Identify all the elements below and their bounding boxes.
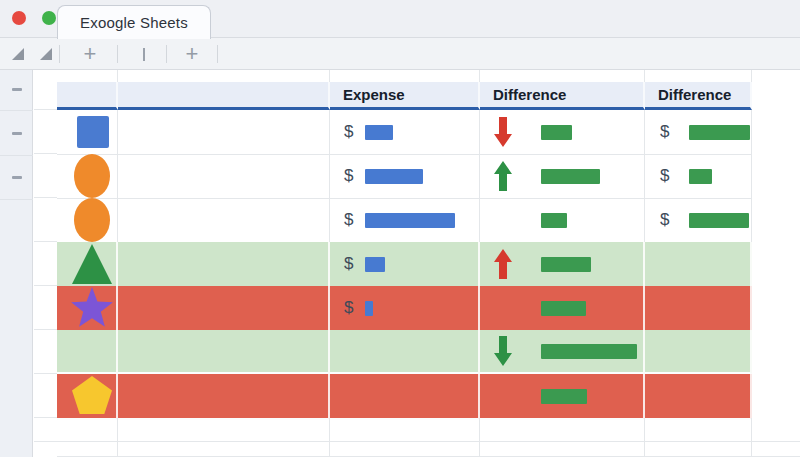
cursor-bar-icon[interactable] (134, 38, 154, 70)
toolbar: + + (0, 38, 800, 70)
difference-value-bar (541, 389, 587, 404)
cell (752, 330, 800, 374)
cell[interactable] (752, 442, 800, 457)
toolbar-separator (217, 45, 218, 63)
corner-triangle-icon[interactable] (8, 38, 28, 70)
row-gutter (34, 70, 57, 457)
cell[interactable] (118, 154, 330, 199)
cell (752, 110, 800, 155)
difference-value-bar (689, 213, 749, 228)
cell[interactable] (57, 242, 118, 288)
sheet-table: ExpenseDifferenceDifference $$$$$$$$ (57, 70, 800, 457)
cell[interactable] (57, 374, 118, 420)
cell[interactable] (645, 242, 752, 288)
collapse-group-button[interactable] (12, 88, 22, 91)
circle-shape-icon (70, 198, 114, 242)
cell[interactable] (118, 418, 330, 442)
header-cell[interactable] (118, 82, 330, 110)
cell[interactable] (118, 374, 330, 420)
cell[interactable]: $ (330, 110, 480, 155)
rail-divider (0, 155, 33, 156)
cell[interactable]: $ (645, 198, 752, 243)
header-cell[interactable] (57, 82, 118, 110)
table-row: $ (57, 242, 800, 286)
trend-up-arrow-icon (494, 249, 512, 279)
dollar-sign: $ (660, 122, 672, 142)
add-icon[interactable]: + (182, 38, 202, 70)
zoom-window-button[interactable] (42, 11, 56, 25)
toolbar-separator (166, 45, 167, 63)
close-window-button[interactable] (12, 11, 26, 25)
cell[interactable] (645, 330, 752, 374)
header-cell-difference[interactable]: Difference (645, 82, 752, 110)
rail-divider (0, 199, 33, 200)
difference-value-bar (541, 257, 591, 272)
table-row: $ (57, 286, 800, 330)
cell[interactable] (118, 286, 330, 332)
cell[interactable] (57, 198, 118, 243)
cell[interactable] (645, 374, 752, 420)
cell[interactable] (57, 442, 118, 457)
dollar-sign: $ (660, 210, 672, 230)
cell[interactable]: $ (330, 242, 480, 288)
expense-value-bar (365, 257, 385, 272)
empty-row (57, 418, 800, 442)
collapse-group-button[interactable] (12, 176, 22, 179)
app-tab[interactable]: Exoogle Sheets (57, 5, 211, 39)
cell[interactable] (480, 418, 645, 442)
cell (752, 198, 800, 243)
corner-triangle-icon[interactable] (36, 38, 56, 70)
cell[interactable] (57, 110, 118, 155)
cell[interactable]: $ (330, 198, 480, 243)
cell[interactable] (330, 374, 480, 420)
cell[interactable] (480, 442, 645, 457)
dollar-sign: $ (660, 166, 672, 186)
app-tab-label: Exoogle Sheets (80, 14, 188, 31)
sheet-area: ExpenseDifferenceDifference $$$$$$$$ (0, 70, 800, 457)
header-cell-expense[interactable]: Expense (330, 82, 480, 110)
cell[interactable] (480, 198, 645, 243)
cell[interactable] (645, 442, 752, 457)
square-shape-icon (70, 110, 114, 154)
dollar-sign: $ (344, 122, 356, 142)
cell[interactable] (57, 418, 118, 442)
pentagon-shape-icon (70, 374, 114, 418)
cell[interactable] (480, 110, 645, 155)
cell[interactable] (645, 418, 752, 442)
table-row (57, 374, 800, 418)
cell[interactable] (480, 154, 645, 199)
expense-value-bar (365, 213, 455, 228)
cell[interactable] (330, 418, 480, 442)
cell[interactable] (118, 198, 330, 243)
collapse-group-button[interactable] (12, 132, 22, 135)
dollar-sign: $ (344, 210, 356, 230)
add-icon[interactable]: + (80, 38, 100, 70)
cell[interactable] (118, 442, 330, 457)
cell (752, 374, 800, 420)
toolbar-separator (59, 45, 60, 63)
cell[interactable] (118, 110, 330, 155)
cell[interactable] (330, 442, 480, 457)
cell[interactable] (645, 286, 752, 332)
dollar-sign: $ (344, 254, 356, 274)
cell[interactable]: $ (330, 154, 480, 199)
difference-value-bar (541, 169, 600, 184)
cell[interactable]: $ (645, 154, 752, 199)
star-shape-icon (70, 286, 114, 330)
header-cell-difference[interactable]: Difference (480, 82, 645, 110)
cell[interactable] (118, 330, 330, 374)
cell[interactable] (57, 286, 118, 332)
cell[interactable] (480, 286, 645, 332)
cell[interactable] (480, 330, 645, 374)
cell[interactable] (57, 330, 118, 374)
cell[interactable] (480, 374, 645, 420)
cell[interactable]: $ (330, 286, 480, 332)
cell[interactable] (57, 154, 118, 199)
cell[interactable]: $ (645, 110, 752, 155)
cell[interactable] (330, 330, 480, 374)
table-row (57, 330, 800, 374)
cell[interactable] (480, 242, 645, 288)
trend-up-arrow-icon (494, 161, 512, 191)
cell[interactable] (752, 418, 800, 442)
cell[interactable] (118, 242, 330, 288)
